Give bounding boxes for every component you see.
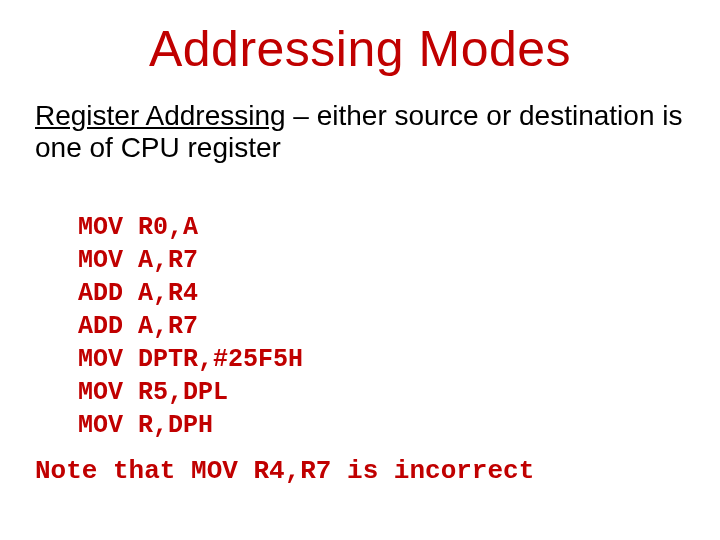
- code-line: MOV R0,A: [78, 213, 198, 242]
- subtitle: Register Addressing – either source or d…: [30, 100, 690, 164]
- page-title: Addressing Modes: [30, 20, 690, 78]
- code-line: MOV R,DPH: [78, 411, 213, 440]
- mode-name: Register Addressing: [35, 100, 286, 131]
- code-line: MOV DPTR,#25F5H: [78, 345, 303, 374]
- code-line: MOV R5,DPL: [78, 378, 228, 407]
- code-line: ADD A,R4: [78, 279, 198, 308]
- code-line: MOV A,R7: [78, 246, 198, 275]
- code-block: MOV R0,A MOV A,R7 ADD A,R4 ADD A,R7 MOV …: [30, 178, 690, 442]
- code-line: ADD A,R7: [78, 312, 198, 341]
- note-text: Note that MOV R4,R7 is incorrect: [30, 456, 690, 486]
